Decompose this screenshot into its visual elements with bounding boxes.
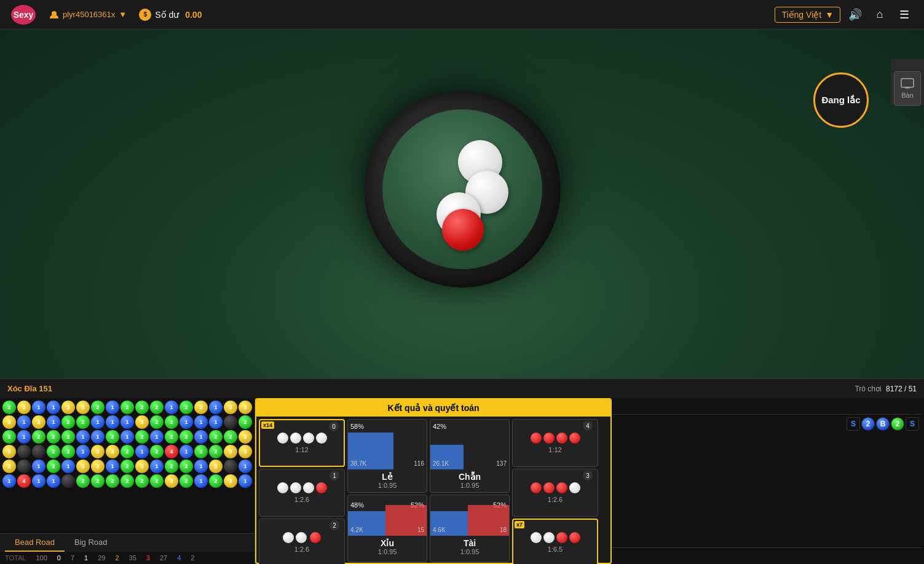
bead-cell: 1 (32, 460, 45, 473)
bead-cell: 2 (120, 401, 134, 414)
bead-cell: 2 (180, 430, 193, 444)
language-selector[interactable]: Tiếng Việt ▼ (775, 7, 840, 23)
bet-card-2white2red[interactable]: 2 1:2.6 (259, 519, 345, 564)
bet-card-le[interactable]: x1 58% 38.7K 116 Lẻ 1:0.95 (347, 419, 427, 493)
tab-bead-road[interactable]: Bead Road (5, 534, 65, 552)
volume-button[interactable]: 🔊 (845, 5, 865, 25)
chan-odds: 1:0.95 (459, 482, 481, 489)
svg-rect-3 (901, 79, 914, 87)
nav-balance: $ Số dư 0.00 (139, 9, 202, 21)
bead-cell: 2 (180, 474, 193, 488)
bead-cell: 1 (106, 415, 119, 429)
bet-card-3red[interactable]: 3 1:2.6 (512, 469, 598, 517)
bead-cell: 2 (120, 445, 134, 458)
modal-title: Kết quả và quyết toán (256, 399, 610, 417)
bead-cell: 1 (194, 474, 208, 488)
tai-odds: 1:0.95 (460, 548, 480, 555)
home-button[interactable]: ⌂ (870, 5, 890, 25)
odds-1-12: 1:12 (295, 446, 308, 453)
bet-card-x7[interactable]: x7 1:6.5 (512, 519, 598, 564)
modal-body: x14 0 1:12 (256, 417, 610, 564)
dice-display-3r (531, 482, 580, 493)
bead-cell: 1 (165, 401, 178, 414)
road-bead-B2: B (876, 417, 890, 431)
bottom-stats: TOTAL 1000 71 292 353 274 2 (0, 552, 255, 564)
bead-cell: 3 (224, 401, 237, 414)
bead-cell: 2 (165, 460, 178, 473)
bead-cell: 2 (106, 474, 119, 488)
multiplier-x7: x7 (515, 521, 524, 528)
game-info-bar: Xóc Đĩa 151 Trò chơi 8172 / 51 (0, 378, 924, 398)
bead-row: 23113321222123133 (2, 401, 252, 414)
bead-cell: 1 (106, 460, 119, 473)
menu-button[interactable]: ☰ (894, 5, 914, 25)
bead-cell: 2 (120, 460, 134, 473)
bead-cell: 3 (2, 445, 16, 458)
bead-cell: 1 (120, 430, 134, 444)
bead-cell: 3 (224, 445, 237, 458)
bet-card-4red[interactable]: 4 1:12 (512, 419, 598, 467)
bead-cell: 2 (76, 415, 90, 429)
bead-cell: 2 (180, 401, 193, 414)
bowl-outer (364, 91, 561, 288)
tv-label: Bàn (901, 92, 914, 99)
bet-card-3white1red[interactable]: 1 1:2.6 (259, 469, 345, 517)
dice-red (442, 209, 484, 251)
bead-cell: 1 (32, 401, 45, 414)
bet-card-xiu[interactable]: 48% 52% 4.2K 15 Xỉu 1:0.95 (347, 495, 427, 562)
bead-cell: 1 (76, 445, 90, 458)
bead-cell: 2 (180, 460, 193, 473)
balance-value: 0.00 (185, 10, 202, 20)
dice-display-4white (277, 433, 327, 444)
bead-cell: 3 (224, 474, 237, 488)
bet-card-4white[interactable]: x14 0 1:12 (259, 419, 345, 467)
game-rounds: Trò chơi 8172 / 51 (855, 385, 917, 393)
bead-cell: 2 (165, 430, 178, 444)
bead-cell: 3 (209, 460, 223, 473)
dice-bowl (346, 60, 579, 318)
balance-icon: $ (139, 9, 151, 21)
dang-lac-button[interactable]: Đang lắc (813, 72, 869, 128)
bead-cell: 1 (17, 430, 31, 444)
bet-card-tai[interactable]: 52% 4.6K 18 Tài 1:0.95 (430, 495, 510, 562)
odds-2-6: 1:2.6 (294, 496, 309, 503)
nav-user[interactable]: plyr45016361x ▼ (49, 10, 127, 20)
bead-cell: 3 (2, 415, 16, 429)
bead-cell: 3 (2, 460, 16, 473)
tv-view-button[interactable]: Bàn (894, 71, 921, 106)
bead-cell: 2 (194, 445, 208, 458)
xiu-label: Xỉu (378, 538, 397, 548)
bead-cell: 1 (32, 474, 45, 488)
bead-cell: 1 (180, 445, 193, 458)
bead-cell: 2 (150, 415, 164, 429)
bead-cell (61, 474, 75, 488)
bead-cell: 2 (135, 401, 149, 414)
bead-row: 1411222222321231 (2, 474, 252, 488)
bead-cell: 3 (32, 415, 45, 429)
dice-display-3w1r (277, 482, 327, 493)
road-letter-S1: S (847, 417, 860, 431)
dice-display-x7 (531, 532, 580, 543)
bead-cell: 4 (17, 474, 31, 488)
bead-cell (17, 460, 31, 473)
odds-3r: 1:2.6 (548, 496, 563, 503)
bead-cell: 3 (239, 445, 252, 458)
bead-cell: 3 (76, 460, 90, 473)
bead-cell: 1 (76, 430, 90, 444)
bead-cell: 1 (106, 401, 119, 414)
tab-big-road[interactable]: Big Road (65, 534, 117, 552)
bead-cell: 1 (209, 401, 223, 414)
bead-cell: 3 (106, 445, 119, 458)
bead-cell: 1 (120, 415, 134, 429)
bead-cell: 2 (91, 474, 105, 488)
bet-card-chan[interactable]: 42% 26.1K 137 Chẵn 1:0.95 (430, 419, 510, 493)
bead-cell: 2 (2, 401, 16, 414)
logo: Sexy (10, 4, 37, 26)
dice-display-4r (531, 433, 580, 444)
top-nav: Sexy plyr45016361x ▼ $ Số dư 0.00 Tiếng … (0, 0, 924, 29)
bottom-panel: 2311332122212313331312211132211122122211… (0, 398, 924, 564)
bead-cell: 2 (106, 430, 119, 444)
bead-cell: 2 (61, 415, 75, 429)
bead-row: 3131221113221112 (2, 415, 252, 429)
bead-cell: 2 (47, 460, 60, 473)
